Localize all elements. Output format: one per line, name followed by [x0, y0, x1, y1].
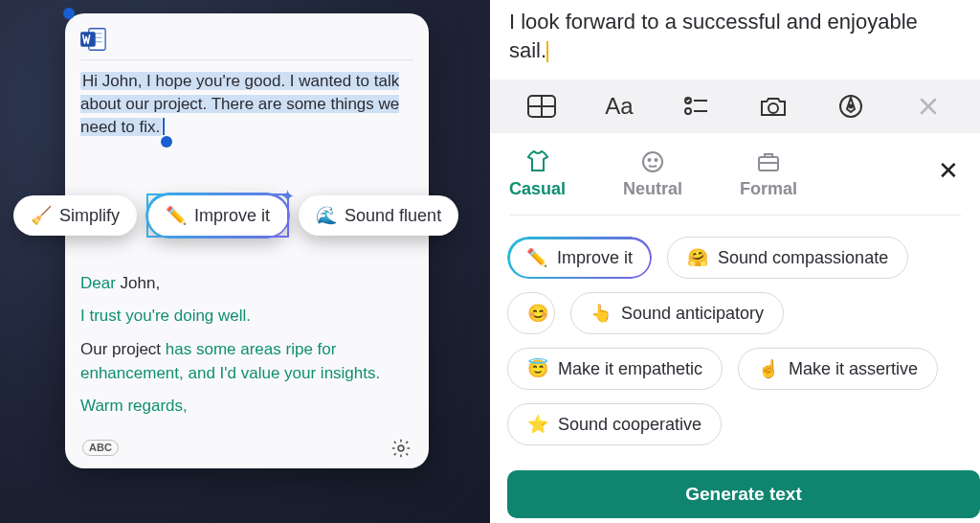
table-icon[interactable]	[526, 91, 557, 122]
chip-assertive-label: Make it assertive	[789, 359, 918, 379]
rewrite-signoff: Warm regards,	[80, 395, 413, 419]
tone-chips: ✏️ Improve it 🤗 Sound compassionate 😊 👆 …	[490, 216, 980, 445]
pen-tool-icon[interactable]	[835, 91, 866, 122]
chip-smile-partial[interactable]: 😊	[507, 292, 555, 334]
chip-anticipatory-label: Sound anticipatory	[621, 304, 764, 324]
chip-improve-label: Improve it	[557, 248, 633, 268]
format-toolbar: Aa	[490, 80, 980, 133]
selection-handle-end[interactable]	[161, 136, 172, 148]
svg-point-11	[685, 108, 691, 114]
doc-cursor	[546, 41, 548, 62]
svg-point-18	[643, 152, 662, 171]
svg-point-19	[649, 159, 651, 161]
selection-handle-start[interactable]	[63, 8, 75, 19]
chip-improve-it[interactable]: ✏️ Improve it	[507, 237, 652, 279]
doc-text-value: I look forward to a successful and enjoy…	[509, 10, 918, 62]
gear-icon[interactable]	[390, 438, 412, 459]
svg-point-15	[849, 105, 852, 108]
close-toolbar-icon[interactable]	[913, 91, 944, 122]
svg-point-13	[768, 103, 778, 113]
chip-sound-anticipatory[interactable]: 👆 Sound anticipatory	[570, 292, 784, 334]
word-icon	[80, 27, 107, 52]
star-icon: ⭐	[527, 414, 548, 435]
broom-icon: 🧹	[31, 205, 52, 226]
selected-text[interactable]: Hi John, I hope you're good. I wanted to…	[80, 72, 399, 136]
abc-button[interactable]: ABC	[82, 440, 119, 456]
left-panel: Hi John, I hope you're good. I wanted to…	[0, 0, 490, 523]
svg-point-20	[656, 159, 657, 161]
improve-it-label: Improve it	[194, 206, 270, 226]
hug-icon: 🤗	[687, 247, 708, 268]
index-up-icon: ☝️	[758, 358, 779, 379]
chip-cooperative-label: Sound cooperative	[558, 415, 702, 435]
halo-icon: 😇	[527, 358, 548, 379]
document-text[interactable]: I look forward to a successful and enjoy…	[490, 0, 980, 80]
neutral-face-icon	[641, 150, 664, 173]
tab-casual[interactable]: Casual	[509, 150, 566, 199]
rewrite-line3-plain: Our project	[80, 340, 166, 358]
action-pill-row: 🧹 Simplify ✏️ Improve it ✦ 🌊 Sound fluen…	[13, 193, 479, 238]
rewrite-greeting-prefix: Dear	[80, 274, 121, 292]
smile-icon: 😊	[527, 303, 548, 324]
chip-make-empathetic[interactable]: 😇 Make it empathetic	[507, 348, 723, 390]
selected-text-block[interactable]: Hi John, I hope you're good. I wanted to…	[80, 70, 413, 148]
chip-compassionate-label: Sound compassionate	[718, 248, 888, 268]
tab-formal-label: Formal	[740, 179, 797, 199]
simplify-button[interactable]: 🧹 Simplify	[13, 195, 137, 236]
chip-make-assertive[interactable]: ☝️ Make it assertive	[738, 348, 938, 390]
chip-empathetic-label: Make it empathetic	[558, 359, 702, 379]
chip-sound-cooperative[interactable]: ⭐ Sound cooperative	[507, 403, 722, 445]
point-up-icon: 👆	[590, 303, 612, 324]
tshirt-icon	[525, 150, 550, 173]
rewrite-greeting-name: John,	[121, 274, 161, 292]
checklist-icon[interactable]	[681, 91, 712, 122]
wave-icon: 🌊	[316, 205, 337, 226]
text-cursor	[163, 118, 165, 135]
tab-formal[interactable]: Formal	[740, 150, 797, 199]
svg-rect-4	[80, 32, 96, 47]
pencil-sparkle-icon: ✏️	[166, 205, 187, 226]
sparkle-icon: ✦	[280, 186, 295, 207]
editor-card: Hi John, I hope you're good. I wanted to…	[65, 13, 429, 468]
tab-casual-label: Casual	[509, 179, 566, 199]
tab-neutral-label: Neutral	[623, 179, 682, 199]
improve-it-button[interactable]: ✏️ Improve it ✦	[146, 193, 289, 238]
sound-fluent-button[interactable]: 🌊 Sound fluent	[299, 195, 458, 236]
camera-icon[interactable]	[758, 91, 789, 122]
pencil-icon: ✏️	[526, 247, 547, 268]
simplify-label: Simplify	[59, 206, 120, 226]
close-icon[interactable]: ✕	[938, 158, 959, 183]
rewrite-output: Dear John, I trust you're doing well. Ou…	[80, 272, 413, 419]
svg-point-5	[398, 445, 404, 451]
right-panel: I look forward to a successful and enjoy…	[490, 0, 980, 523]
font-icon[interactable]: Aa	[604, 91, 635, 122]
tone-tabs: Casual Neutral Formal ✕	[490, 133, 980, 209]
generate-text-button[interactable]: Generate text	[507, 470, 980, 518]
chip-sound-compassionate[interactable]: 🤗 Sound compassionate	[667, 237, 908, 279]
rewrite-line2: I trust you're doing well.	[80, 305, 413, 329]
tab-neutral[interactable]: Neutral	[623, 150, 682, 199]
sound-fluent-label: Sound fluent	[345, 206, 441, 226]
briefcase-icon	[756, 150, 781, 173]
